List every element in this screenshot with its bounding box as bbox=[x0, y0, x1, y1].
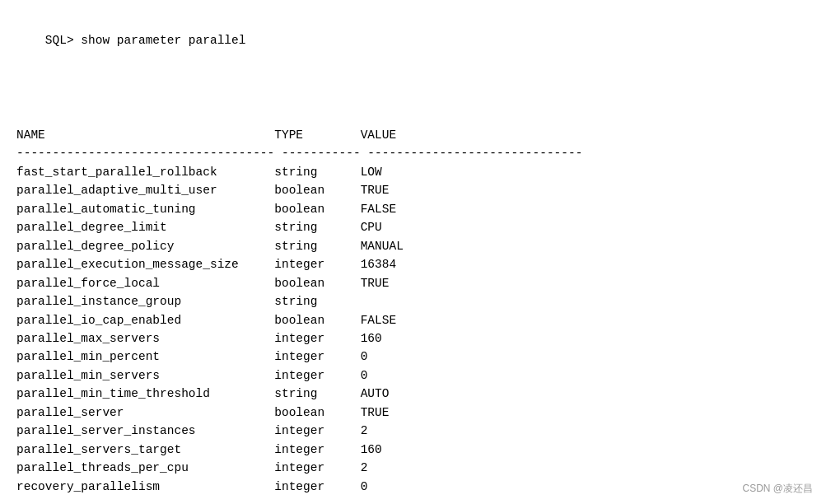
terminal-content: SQL> show parameter parallel bbox=[16, 13, 810, 68]
table-row: recovery_parallelism integer 0 bbox=[16, 478, 810, 496]
table-row: parallel_min_time_threshold string AUTO bbox=[16, 385, 810, 403]
table-row: parallel_server boolean TRUE bbox=[16, 404, 810, 422]
column-headers: NAME TYPE VALUE bbox=[16, 126, 810, 144]
table-row: parallel_servers_target integer 160 bbox=[16, 441, 810, 459]
table-row: parallel_io_cap_enabled boolean FALSE bbox=[16, 311, 810, 329]
table-row: parallel_threads_per_cpu integer 2 bbox=[16, 459, 810, 477]
table-row: parallel_automatic_tuning boolean FALSE bbox=[16, 200, 810, 218]
table-row: parallel_server_instances integer 2 bbox=[16, 422, 810, 440]
table-row: parallel_min_servers integer 0 bbox=[16, 366, 810, 385]
table-row: fast_start_parallel_rollback string LOW bbox=[16, 163, 810, 181]
table-row: parallel_min_percent integer 0 bbox=[16, 348, 810, 366]
terminal-window: SQL> show parameter parallel NAME TYPE V… bbox=[0, 0, 826, 504]
table-row: parallel_max_servers integer 160 bbox=[16, 329, 810, 348]
command-line: SQL> show parameter parallel bbox=[45, 34, 246, 47]
table-row: parallel_force_local boolean TRUE bbox=[16, 274, 810, 292]
table-row: parallel_adaptive_multi_user boolean TRU… bbox=[16, 181, 810, 199]
table-row: parallel_execution_message_size integer … bbox=[16, 255, 810, 273]
table-row: parallel_degree_policy string MANUAL bbox=[16, 237, 810, 255]
terminal-output: NAME TYPE VALUE-------------------------… bbox=[16, 126, 810, 496]
separator: ------------------------------------ ---… bbox=[16, 144, 810, 162]
table-row: parallel_degree_limit string CPU bbox=[16, 218, 810, 236]
output-area bbox=[16, 70, 810, 125]
table-row: parallel_instance_group string bbox=[16, 292, 810, 310]
watermark: CSDN @凌还昌 bbox=[742, 482, 813, 496]
